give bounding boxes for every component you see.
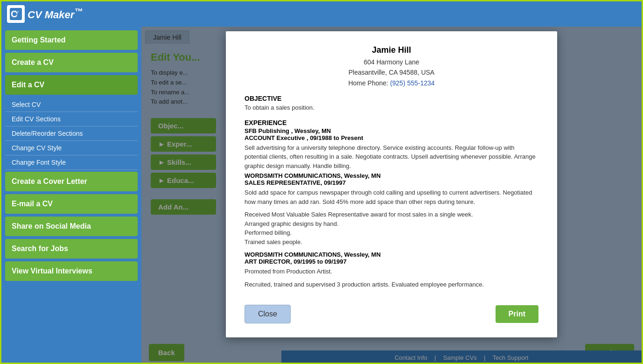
- logo-tm: ™: [74, 7, 83, 16]
- sidebar-submenu-item-change-style[interactable]: Change CV Style: [5, 141, 138, 155]
- cv-address-line2: Pleasantville, CA 94588, USA: [349, 69, 434, 76]
- cv-objective-content: To obtain a sales position.: [245, 103, 538, 112]
- sidebar-btn-share-social[interactable]: Share on Social Media: [5, 217, 138, 236]
- cv-address-line1: 604 Harmony Lane: [363, 58, 419, 66]
- modal-print-button[interactable]: Print: [496, 305, 538, 323]
- cv-desc-3: Received Most Valuable Sales Representat…: [245, 210, 538, 246]
- sidebar-btn-getting-started[interactable]: Getting Started: [5, 30, 138, 50]
- cv-jobtitle-1: ACCOUNT Executive , 09/1988 to Present: [245, 134, 538, 141]
- sidebar-btn-search-jobs[interactable]: Search for Jobs: [5, 239, 138, 259]
- cv-desc-1: Sell advertising for a university teleph…: [245, 143, 538, 171]
- sidebar-submenu-item-delete-reorder[interactable]: Delete/Reorder Sections: [5, 126, 138, 141]
- sidebar-btn-create-cv[interactable]: Create a CV: [5, 53, 138, 72]
- sidebar-btn-cover-letter[interactable]: Create a Cover Letter: [5, 172, 138, 191]
- cv-desc-5: Recruited, trained and supervised 3 prod…: [245, 280, 538, 289]
- sidebar-submenu: Select CV Edit CV Sections Delete/Reorde…: [5, 98, 138, 170]
- logo-text: CV Maker™: [28, 7, 83, 21]
- sidebar: Getting Started Create a CV Edit a CV Se…: [1, 27, 141, 364]
- content-area: Jamie Hill Edit You... To display e... T…: [141, 27, 642, 364]
- cv-company-2: WORDSMITH COMMUNICATIONS, Wessley, MN: [245, 172, 538, 179]
- logo-icon: C V: [7, 5, 25, 23]
- cv-jobtitle-2: SALES REPRESENTATIVE, 09/1997: [245, 179, 538, 186]
- cv-desc-4: Promoted from Production Artist.: [245, 267, 538, 276]
- cv-experience-title: EXPERIENCE: [245, 119, 538, 126]
- modal-close-button[interactable]: Close: [245, 305, 291, 323]
- cv-preview-modal: Jamie Hill 604 Harmony Lane Pleasantvill…: [226, 31, 557, 337]
- svg-text:V: V: [15, 10, 19, 15]
- header: C V CV Maker™: [1, 1, 642, 27]
- sidebar-btn-email-cv[interactable]: E-mail a CV: [5, 194, 138, 214]
- cv-desc-2: Sold add space for campus newspaper thro…: [245, 188, 538, 206]
- cv-company-4: WORDSMITH COMMUNICATIONS, Wessley, MN: [245, 251, 538, 258]
- logo: C V CV Maker™: [7, 5, 83, 23]
- cv-name: Jamie Hill: [245, 45, 538, 55]
- cv-address: 604 Harmony Lane Pleasantville, CA 94588…: [245, 57, 538, 88]
- sidebar-submenu-item-edit-sections[interactable]: Edit CV Sections: [5, 112, 138, 126]
- main-layout: Getting Started Create a CV Edit a CV Se…: [1, 27, 642, 364]
- cv-jobtitle-4: ART DIRECTOR, 09/1995 to 09/1997: [245, 258, 538, 265]
- sidebar-btn-edit-cv[interactable]: Edit a CV: [5, 75, 138, 95]
- sidebar-submenu-item-select-cv[interactable]: Select CV: [5, 98, 138, 112]
- cv-phone-label: Home Phone:: [348, 79, 390, 87]
- sidebar-submenu-item-font-style[interactable]: Change Font Style: [5, 155, 138, 170]
- modal-overlay: Jamie Hill 604 Harmony Lane Pleasantvill…: [141, 27, 642, 364]
- sidebar-btn-virtual-interviews[interactable]: View Virtual Interviews: [5, 261, 138, 281]
- cv-objective-title: OBJECTIVE: [245, 95, 538, 102]
- modal-footer: Close Print: [245, 300, 538, 323]
- cv-company-1: SFB Publishing , Wessley, MN: [245, 127, 538, 134]
- cv-phone[interactable]: (925) 555-1234: [390, 79, 435, 87]
